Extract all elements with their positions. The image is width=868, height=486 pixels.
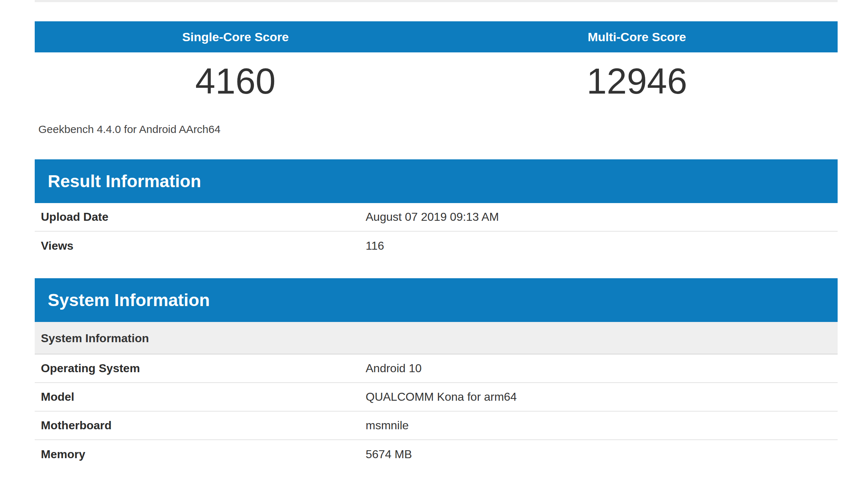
row-label: Operating System [35, 362, 366, 375]
system-information-header: System Information [35, 278, 838, 322]
row-value: msmnile [366, 419, 409, 432]
score-values-row: 4160 12946 [35, 52, 838, 109]
row-value: 5674 MB [366, 448, 412, 461]
page-content: Single-Core Score Multi-Core Score 4160 … [35, 0, 838, 469]
system-information-subheader: System Information [35, 322, 838, 354]
row-label: Memory [35, 448, 366, 461]
table-row-upload-date: Upload Date August 07 2019 09:13 AM [35, 203, 838, 232]
system-information-section: System Information System Information Op… [35, 278, 838, 469]
row-value: August 07 2019 09:13 AM [366, 210, 499, 224]
table-row-model: Model QUALCOMM Kona for arm64 [35, 383, 838, 412]
score-header-row: Single-Core Score Multi-Core Score [35, 21, 838, 52]
result-information-table: Upload Date August 07 2019 09:13 AM View… [35, 203, 838, 260]
result-information-section: Result Information Upload Date August 07… [35, 159, 838, 260]
table-row-operating-system: Operating System Android 10 [35, 354, 838, 383]
row-value: 116 [366, 239, 384, 253]
result-information-header: Result Information [35, 159, 838, 203]
table-row-views: Views 116 [35, 232, 838, 260]
score-summary-table: Single-Core Score Multi-Core Score 4160 … [35, 21, 838, 109]
table-row-motherboard: Motherboard msmnile [35, 412, 838, 440]
system-information-table: System Information Operating System Andr… [35, 322, 838, 469]
row-value: Android 10 [366, 362, 422, 375]
single-core-score-value: 4160 [35, 60, 436, 102]
row-label: Model [35, 390, 366, 404]
single-core-score-header: Single-Core Score [35, 21, 436, 52]
row-label: Upload Date [35, 210, 366, 224]
table-row-memory: Memory 5674 MB [35, 440, 838, 469]
row-label: Views [35, 239, 366, 253]
multi-core-score-value: 12946 [436, 60, 838, 102]
row-label: Motherboard [35, 419, 366, 432]
multi-core-score-header: Multi-Core Score [436, 21, 838, 52]
top-divider [35, 0, 838, 2]
row-value: QUALCOMM Kona for arm64 [366, 390, 517, 404]
geekbench-version-caption: Geekbench 4.4.0 for Android AArch64 [38, 124, 838, 135]
